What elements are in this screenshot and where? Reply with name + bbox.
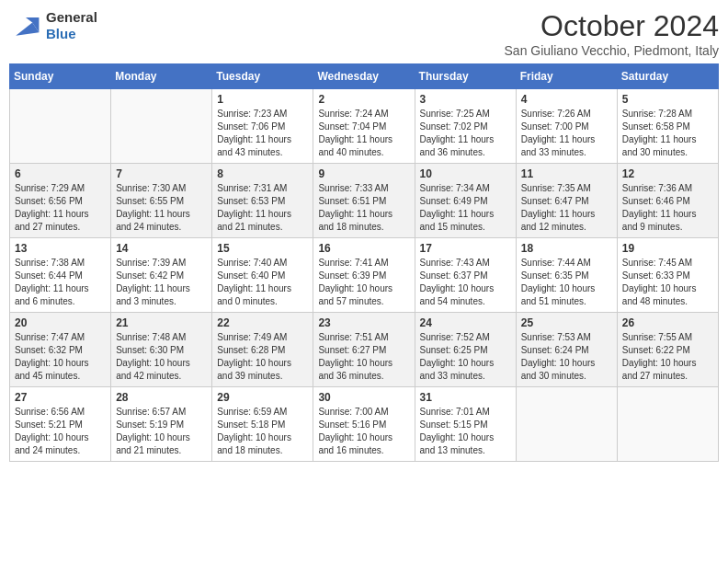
calendar-cell: [516, 387, 617, 462]
day-number: 20: [15, 316, 106, 329]
day-number: 1: [217, 93, 308, 106]
day-info: Sunrise: 7:36 AMSunset: 6:46 PMDaylight:…: [622, 182, 713, 234]
calendar-cell: 19Sunrise: 7:45 AMSunset: 6:33 PMDayligh…: [617, 238, 718, 313]
day-number: 27: [15, 391, 106, 404]
day-header-wednesday: Wednesday: [313, 64, 415, 89]
logo-text: General Blue: [46, 9, 97, 42]
day-info: Sunrise: 7:25 AMSunset: 7:02 PMDaylight:…: [420, 108, 511, 159]
day-info: Sunrise: 7:26 AMSunset: 7:00 PMDaylight:…: [521, 108, 612, 159]
day-info: Sunrise: 6:56 AMSunset: 5:21 PMDaylight:…: [15, 406, 106, 457]
day-number: 11: [521, 167, 612, 180]
day-info: Sunrise: 7:34 AMSunset: 6:49 PMDaylight:…: [420, 182, 511, 234]
day-number: 2: [318, 93, 409, 106]
day-number: 29: [217, 391, 308, 404]
logo-icon: [9, 9, 42, 42]
day-info: Sunrise: 7:51 AMSunset: 6:27 PMDaylight:…: [318, 331, 409, 383]
calendar-cell: 10Sunrise: 7:34 AMSunset: 6:49 PMDayligh…: [415, 164, 516, 238]
calendar-cell: 8Sunrise: 7:31 AMSunset: 6:53 PMDaylight…: [212, 164, 313, 238]
calendar-cell: 5Sunrise: 7:28 AMSunset: 6:58 PMDaylight…: [617, 89, 718, 164]
day-number: 7: [116, 167, 207, 180]
day-info: Sunrise: 7:48 AMSunset: 6:30 PMDaylight:…: [116, 331, 207, 383]
day-number: 13: [15, 242, 106, 255]
day-number: 8: [217, 167, 308, 180]
calendar-cell: 3Sunrise: 7:25 AMSunset: 7:02 PMDaylight…: [415, 89, 516, 164]
calendar-cell: 31Sunrise: 7:01 AMSunset: 5:15 PMDayligh…: [415, 387, 516, 462]
day-number: 14: [116, 242, 207, 255]
day-number: 31: [420, 391, 511, 404]
day-number: 28: [116, 391, 207, 404]
day-header-saturday: Saturday: [617, 64, 718, 89]
calendar-cell: 16Sunrise: 7:41 AMSunset: 6:39 PMDayligh…: [313, 238, 415, 313]
calendar-cell: 7Sunrise: 7:30 AMSunset: 6:55 PMDaylight…: [111, 164, 212, 238]
day-number: 23: [318, 316, 409, 329]
calendar-cell: [10, 89, 111, 164]
calendar-cell: 22Sunrise: 7:49 AMSunset: 6:28 PMDayligh…: [212, 313, 313, 387]
day-number: 22: [217, 316, 308, 329]
day-info: Sunrise: 6:59 AMSunset: 5:18 PMDaylight:…: [217, 406, 308, 457]
calendar-cell: 17Sunrise: 7:43 AMSunset: 6:37 PMDayligh…: [415, 238, 516, 313]
calendar-cell: 24Sunrise: 7:52 AMSunset: 6:25 PMDayligh…: [415, 313, 516, 387]
day-info: Sunrise: 7:23 AMSunset: 7:06 PMDaylight:…: [217, 108, 308, 159]
day-number: 19: [622, 242, 713, 255]
day-number: 15: [217, 242, 308, 255]
day-info: Sunrise: 7:31 AMSunset: 6:53 PMDaylight:…: [217, 182, 308, 234]
day-number: 12: [622, 167, 713, 180]
calendar-cell: 21Sunrise: 7:48 AMSunset: 6:30 PMDayligh…: [111, 313, 212, 387]
day-info: Sunrise: 7:53 AMSunset: 6:24 PMDaylight:…: [521, 331, 612, 383]
calendar-cell: 2Sunrise: 7:24 AMSunset: 7:04 PMDaylight…: [313, 89, 415, 164]
day-info: Sunrise: 7:47 AMSunset: 6:32 PMDaylight:…: [15, 331, 106, 383]
calendar-cell: 18Sunrise: 7:44 AMSunset: 6:35 PMDayligh…: [516, 238, 617, 313]
day-info: Sunrise: 6:57 AMSunset: 5:19 PMDaylight:…: [116, 406, 207, 457]
calendar-cell: 12Sunrise: 7:36 AMSunset: 6:46 PMDayligh…: [617, 164, 718, 238]
calendar-cell: 6Sunrise: 7:29 AMSunset: 6:56 PMDaylight…: [10, 164, 111, 238]
day-info: Sunrise: 7:52 AMSunset: 6:25 PMDaylight:…: [420, 331, 511, 383]
day-info: Sunrise: 7:33 AMSunset: 6:51 PMDaylight:…: [318, 182, 409, 234]
day-number: 16: [318, 242, 409, 255]
day-number: 9: [318, 167, 409, 180]
day-info: Sunrise: 7:24 AMSunset: 7:04 PMDaylight:…: [318, 108, 409, 159]
day-info: Sunrise: 7:29 AMSunset: 6:56 PMDaylight:…: [15, 182, 106, 234]
day-number: 25: [521, 316, 612, 329]
month-title: October 2024: [505, 9, 719, 43]
day-header-friday: Friday: [516, 64, 617, 89]
day-info: Sunrise: 7:41 AMSunset: 6:39 PMDaylight:…: [318, 257, 409, 308]
day-number: 18: [521, 242, 612, 255]
day-info: Sunrise: 7:28 AMSunset: 6:58 PMDaylight:…: [622, 108, 713, 159]
day-number: 4: [521, 93, 612, 106]
day-header-sunday: Sunday: [10, 64, 111, 89]
calendar-cell: 25Sunrise: 7:53 AMSunset: 6:24 PMDayligh…: [516, 313, 617, 387]
calendar-cell: [111, 89, 212, 164]
page-header: General Blue October 2024 San Giuliano V…: [9, 9, 719, 58]
day-number: 17: [420, 242, 511, 255]
day-number: 5: [622, 93, 713, 106]
calendar-cell: 27Sunrise: 6:56 AMSunset: 5:21 PMDayligh…: [10, 387, 111, 462]
calendar-cell: [617, 387, 718, 462]
location-title: San Giuliano Vecchio, Piedmont, Italy: [505, 43, 719, 58]
calendar-cell: 23Sunrise: 7:51 AMSunset: 6:27 PMDayligh…: [313, 313, 415, 387]
calendar-cell: 14Sunrise: 7:39 AMSunset: 6:42 PMDayligh…: [111, 238, 212, 313]
day-info: Sunrise: 7:43 AMSunset: 6:37 PMDaylight:…: [420, 257, 511, 308]
logo: General Blue: [9, 9, 97, 42]
day-number: 6: [15, 167, 106, 180]
day-number: 24: [420, 316, 511, 329]
day-info: Sunrise: 7:45 AMSunset: 6:33 PMDaylight:…: [622, 257, 713, 308]
calendar-cell: 1Sunrise: 7:23 AMSunset: 7:06 PMDaylight…: [212, 89, 313, 164]
calendar-cell: 4Sunrise: 7:26 AMSunset: 7:00 PMDaylight…: [516, 89, 617, 164]
calendar-cell: 9Sunrise: 7:33 AMSunset: 6:51 PMDaylight…: [313, 164, 415, 238]
day-info: Sunrise: 7:38 AMSunset: 6:44 PMDaylight:…: [15, 257, 106, 308]
calendar-cell: 20Sunrise: 7:47 AMSunset: 6:32 PMDayligh…: [10, 313, 111, 387]
day-info: Sunrise: 7:00 AMSunset: 5:16 PMDaylight:…: [318, 406, 409, 457]
calendar-cell: 30Sunrise: 7:00 AMSunset: 5:16 PMDayligh…: [313, 387, 415, 462]
calendar-cell: 11Sunrise: 7:35 AMSunset: 6:47 PMDayligh…: [516, 164, 617, 238]
day-number: 21: [116, 316, 207, 329]
day-number: 10: [420, 167, 511, 180]
day-number: 3: [420, 93, 511, 106]
calendar-cell: 15Sunrise: 7:40 AMSunset: 6:40 PMDayligh…: [212, 238, 313, 313]
day-info: Sunrise: 7:39 AMSunset: 6:42 PMDaylight:…: [116, 257, 207, 308]
day-header-tuesday: Tuesday: [212, 64, 313, 89]
day-info: Sunrise: 7:30 AMSunset: 6:55 PMDaylight:…: [116, 182, 207, 234]
day-header-monday: Monday: [111, 64, 212, 89]
day-number: 26: [622, 316, 713, 329]
calendar-cell: 29Sunrise: 6:59 AMSunset: 5:18 PMDayligh…: [212, 387, 313, 462]
calendar-cell: 26Sunrise: 7:55 AMSunset: 6:22 PMDayligh…: [617, 313, 718, 387]
